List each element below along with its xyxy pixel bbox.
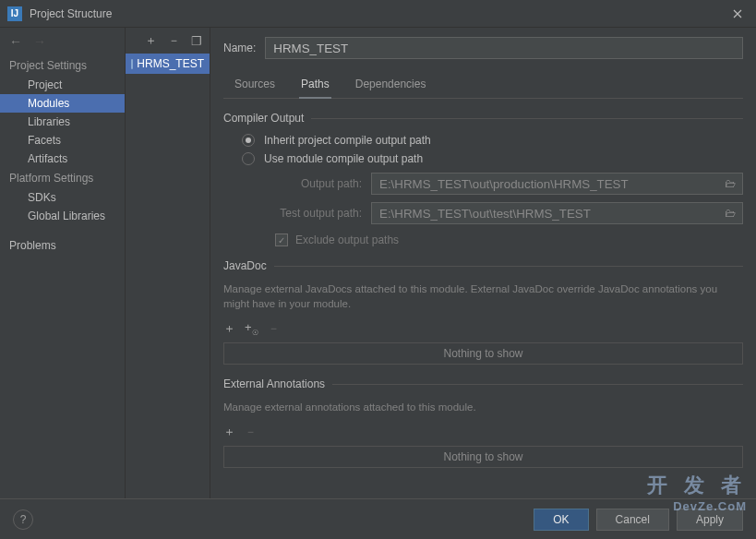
group-compiler-label: Compiler Output	[223, 112, 304, 125]
javadoc-empty-list: Nothing to show	[223, 342, 743, 365]
group-external-annotations: External Annotations	[223, 377, 743, 390]
dialog-footer: ? OK Cancel Apply	[0, 498, 756, 539]
sidebar-item-modules[interactable]: Modules	[0, 94, 125, 113]
output-browse-button[interactable]: 🗁	[718, 174, 742, 194]
sidebar-item-problems[interactable]: Problems	[0, 236, 125, 255]
ext-empty-list: Nothing to show	[223, 446, 743, 468]
ok-button[interactable]: OK	[534, 509, 588, 531]
cancel-button[interactable]: Cancel	[596, 509, 669, 531]
output-path-label: Output path:	[242, 177, 371, 190]
sidebar-item-sdks[interactable]: SDKs	[0, 188, 125, 207]
javadoc-remove-icon[interactable]: －	[268, 320, 280, 337]
exclude-checkbox[interactable]: ✓	[275, 234, 288, 246]
module-toolbar: ＋ － ❐	[126, 28, 210, 54]
radio-module-row[interactable]: Use module compile output path	[242, 152, 743, 165]
radio-module[interactable]	[242, 152, 255, 165]
javadoc-toolbar: ＋ +☉ －	[223, 317, 743, 341]
javadoc-add-url-icon[interactable]: +☉	[245, 320, 258, 337]
sidebar-item-facets[interactable]: Facets	[0, 131, 125, 150]
titlebar: IJ Project Structure	[0, 0, 756, 28]
ext-remove-icon[interactable]: －	[245, 424, 257, 440]
main-panel: Name: Sources Paths Dependencies Compile…	[210, 28, 756, 508]
divider	[274, 266, 743, 267]
sidebar-item-libraries[interactable]: Libraries	[0, 113, 125, 131]
group-ext-label: External Annotations	[223, 377, 325, 390]
module-tabs: Sources Paths Dependencies	[223, 72, 743, 99]
sidebar-item-artifacts[interactable]: Artifacts	[0, 150, 125, 168]
group-javadoc-label: JavaDoc	[223, 259, 267, 272]
close-icon	[733, 9, 742, 18]
folder-open-icon: 🗁	[725, 177, 736, 190]
module-list-panel: ＋ － ❐ HRMS_TEST	[126, 28, 210, 508]
nav-forward-icon[interactable]: →	[33, 34, 46, 49]
radio-inherit[interactable]	[242, 134, 255, 147]
radio-inherit-row[interactable]: Inherit project compile output path	[242, 134, 743, 147]
tab-sources[interactable]: Sources	[233, 72, 277, 98]
ext-add-icon[interactable]: ＋	[223, 424, 235, 440]
ext-toolbar: ＋ －	[223, 420, 743, 444]
sidebar-item-project[interactable]: Project	[0, 76, 125, 94]
apply-button[interactable]: Apply	[677, 509, 743, 531]
section-platform-settings: Platform Settings	[0, 168, 125, 188]
ext-description: Manage external annotations attached to …	[223, 400, 743, 414]
tab-paths[interactable]: Paths	[299, 72, 331, 98]
folder-icon	[131, 59, 133, 69]
test-output-path-label: Test output path:	[242, 207, 371, 220]
name-label: Name:	[223, 42, 256, 54]
radio-inherit-label: Inherit project compile output path	[264, 134, 431, 147]
module-item-label: HRMS_TEST	[137, 57, 204, 70]
copy-module-icon[interactable]: ❐	[191, 34, 202, 48]
sidebar: ← → Project Settings Project Modules Lib…	[0, 28, 126, 508]
group-compiler-output: Compiler Output	[223, 112, 743, 125]
app-icon: IJ	[7, 6, 22, 21]
group-javadoc: JavaDoc	[223, 259, 743, 272]
radio-module-label: Use module compile output path	[264, 152, 423, 165]
nav-toolbar: ← →	[0, 28, 125, 55]
add-module-icon[interactable]: ＋	[145, 32, 157, 49]
test-output-browse-button[interactable]: 🗁	[718, 203, 742, 223]
exclude-checkbox-label: Exclude output paths	[295, 234, 399, 246]
divider	[332, 384, 743, 385]
module-item-hrms-test[interactable]: HRMS_TEST	[126, 54, 210, 74]
remove-module-icon[interactable]: －	[168, 32, 180, 49]
javadoc-add-icon[interactable]: ＋	[223, 320, 235, 337]
output-path-input[interactable]	[372, 174, 718, 194]
tab-dependencies[interactable]: Dependencies	[354, 72, 428, 98]
nav-back-icon[interactable]: ←	[9, 34, 22, 49]
module-name-input[interactable]	[265, 37, 743, 59]
javadoc-description: Manage external JavaDocs attached to thi…	[223, 281, 743, 311]
divider	[311, 118, 743, 119]
sidebar-item-global-libraries[interactable]: Global Libraries	[0, 207, 125, 225]
test-output-path-input[interactable]	[372, 203, 718, 223]
window-title: Project Structure	[30, 7, 719, 20]
section-project-settings: Project Settings	[0, 55, 125, 76]
close-button[interactable]	[719, 0, 756, 28]
folder-open-icon: 🗁	[725, 207, 736, 220]
help-button[interactable]: ?	[13, 509, 33, 530]
